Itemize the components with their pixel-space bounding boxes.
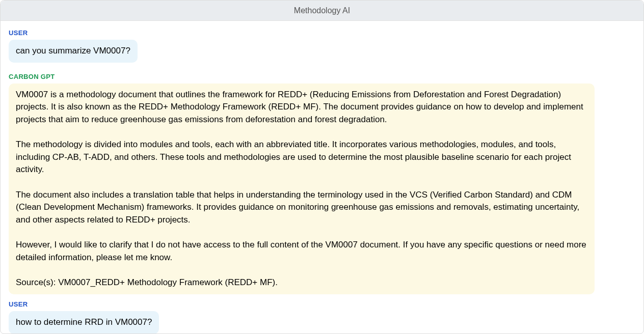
message-block: USER how to determine RRD in VM0007? bbox=[9, 300, 635, 334]
assistant-message-bubble: VM0007 is a methodology document that ou… bbox=[9, 84, 595, 294]
app-header: Methodology AI bbox=[1, 1, 643, 21]
chat-container[interactable]: USER can you summarize VM0007? CARBON GP… bbox=[1, 21, 643, 334]
role-label-assistant: CARBON GPT bbox=[9, 73, 635, 80]
user-message-bubble: can you summarize VM0007? bbox=[9, 40, 138, 63]
role-label-user: USER bbox=[9, 300, 635, 308]
message-block: USER can you summarize VM0007? bbox=[9, 29, 635, 69]
user-message-bubble: how to determine RRD in VM0007? bbox=[9, 311, 159, 334]
message-block: CARBON GPT VM0007 is a methodology docum… bbox=[9, 73, 635, 294]
role-label-user: USER bbox=[9, 29, 635, 37]
app-title: Methodology AI bbox=[294, 6, 350, 15]
